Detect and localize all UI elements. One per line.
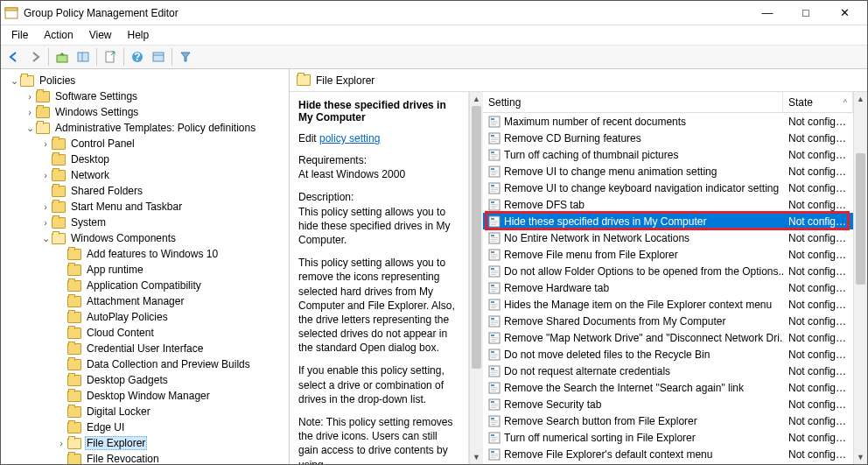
setting-row[interactable]: Do not allow Folder Options to be opened… xyxy=(483,263,853,279)
setting-row[interactable]: Remove the Search the Internet "Search a… xyxy=(483,379,853,396)
tree-node[interactable]: ›Control Panel xyxy=(1,136,289,151)
svg-rect-32 xyxy=(491,187,498,188)
tree-node[interactable]: ·Edge UI xyxy=(1,419,289,435)
expand-icon[interactable]: › xyxy=(39,170,52,180)
tree-node-label: App runtime xyxy=(85,264,145,276)
description-scrollbar[interactable]: ▲ ▼ xyxy=(469,92,483,464)
properties-button[interactable] xyxy=(149,47,168,67)
edit-policy-link[interactable]: policy setting xyxy=(319,132,380,144)
export-button[interactable] xyxy=(101,47,120,67)
setting-state: Not configure xyxy=(783,315,853,328)
column-setting[interactable]: Setting xyxy=(483,92,783,112)
menu-help[interactable]: Help xyxy=(121,27,157,43)
maximize-button[interactable]: □ xyxy=(787,1,825,25)
svg-rect-67 xyxy=(491,304,498,305)
scroll-up-icon[interactable]: ▲ xyxy=(470,92,483,106)
setting-state: Not configure xyxy=(783,199,853,211)
menu-action[interactable]: Action xyxy=(37,27,80,43)
minimize-button[interactable]: ― xyxy=(748,1,787,25)
tree-node[interactable]: ›Windows Settings xyxy=(1,104,289,120)
svg-rect-104 xyxy=(491,424,496,425)
setting-row[interactable]: Do not request alternate credentialsNot … xyxy=(483,363,853,379)
svg-rect-56 xyxy=(491,268,494,270)
tree-node[interactable]: ·Add features to Windows 10 xyxy=(1,246,289,262)
up-button[interactable] xyxy=(52,47,72,67)
setting-row[interactable]: Hides the Manage item on the File Explor… xyxy=(483,296,853,313)
setting-row[interactable]: Remove Security tabNot configure xyxy=(483,396,853,412)
tree-node[interactable]: ·Attachment Manager xyxy=(1,293,289,309)
tree-node[interactable]: ›Software Settings xyxy=(1,88,289,104)
help-button[interactable]: ? xyxy=(128,47,147,67)
tree-node[interactable]: ·Digital Locker xyxy=(1,404,289,419)
svg-rect-13 xyxy=(491,123,498,123)
setting-row[interactable]: Turn off numerical sorting in File Explo… xyxy=(483,429,853,446)
tree-node[interactable]: ·Data Collection and Preview Builds xyxy=(1,356,289,372)
setting-row[interactable]: Turn off caching of thumbnail picturesNo… xyxy=(483,146,853,163)
setting-row[interactable]: Remove UI to change keyboard navigation … xyxy=(483,180,853,196)
tree-node[interactable]: ·Shared Folders xyxy=(1,183,289,199)
tree-node[interactable]: ·AutoPlay Policies xyxy=(1,309,289,325)
folder-closed-icon xyxy=(52,170,66,181)
tree-node[interactable]: ·Desktop Window Manager xyxy=(1,388,289,404)
collapse-icon[interactable]: ⌄ xyxy=(8,75,20,87)
filter-button[interactable] xyxy=(176,47,195,67)
setting-row[interactable]: No Entire Network in Network LocationsNo… xyxy=(483,229,853,246)
setting-row[interactable]: Remove "Map Network Drive" and "Disconne… xyxy=(483,329,853,346)
policy-setting-icon xyxy=(488,432,500,444)
setting-row[interactable]: Remove CD Burning featuresNot configure xyxy=(483,130,853,146)
tree-pane[interactable]: ⌄Policies›Software Settings›Windows Sett… xyxy=(1,69,290,464)
tree-node[interactable]: ⌄Administrative Templates: Policy defini… xyxy=(1,120,289,136)
tree-node[interactable]: ·Desktop xyxy=(1,151,289,167)
setting-row[interactable]: Remove Hardware tabNot configure xyxy=(483,279,853,296)
svg-rect-8 xyxy=(153,53,164,61)
collapse-icon[interactable]: ⌄ xyxy=(24,123,36,134)
tree-node[interactable]: ›File Explorer xyxy=(1,435,289,451)
policy-setting-icon xyxy=(488,182,500,194)
tree-node[interactable]: ›Network xyxy=(1,167,289,183)
expand-icon[interactable]: › xyxy=(39,138,52,149)
tree-node[interactable]: ›System xyxy=(1,215,289,230)
close-button[interactable]: ✕ xyxy=(825,1,864,25)
expand-icon[interactable]: › xyxy=(39,201,52,212)
tree-node[interactable]: ⌄Windows Components xyxy=(1,230,289,246)
scroll-down-icon[interactable]: ▼ xyxy=(470,450,483,464)
tree-node[interactable]: ·App runtime xyxy=(1,262,289,278)
column-state[interactable]: State^ xyxy=(783,92,853,112)
tree-node[interactable]: ·File Revocation xyxy=(1,451,289,464)
tree-node[interactable]: ·Application Compatibility xyxy=(1,278,289,293)
setting-row[interactable]: Hide these specified drives in My Comput… xyxy=(483,213,853,229)
tree-node[interactable]: ›Start Menu and Taskbar xyxy=(1,199,289,215)
tree-node[interactable]: ⌄Policies xyxy=(1,73,289,88)
setting-row[interactable]: Remove File menu from File ExplorerNot c… xyxy=(483,246,853,263)
expand-icon[interactable]: › xyxy=(39,217,52,228)
tree-node[interactable]: ·Desktop Gadgets xyxy=(1,372,289,388)
setting-row[interactable]: Do not move deleted files to the Recycle… xyxy=(483,346,853,363)
scroll-down-icon[interactable]: ▼ xyxy=(854,450,867,464)
twist-placeholder: · xyxy=(55,391,67,401)
setting-row[interactable]: Remove Shared Documents from My Computer… xyxy=(483,313,853,329)
setting-row[interactable]: Remove Search button from File ExplorerN… xyxy=(483,412,853,429)
setting-row[interactable]: Remove UI to change menu animation setti… xyxy=(483,163,853,180)
list-scrollbar[interactable]: ▲ ▼ xyxy=(853,92,867,464)
expand-icon[interactable]: › xyxy=(55,438,67,448)
menu-view[interactable]: View xyxy=(82,27,119,43)
titlebar: Group Policy Management Editor ― □ ✕ xyxy=(1,1,867,25)
show-hide-button[interactable] xyxy=(74,47,93,67)
tree-node[interactable]: ·Cloud Content xyxy=(1,325,289,341)
forward-button[interactable] xyxy=(25,47,45,67)
setting-row[interactable]: Remove DFS tabNot configure xyxy=(483,196,853,213)
setting-row[interactable]: Maximum number of recent documentsNot co… xyxy=(483,113,853,130)
expand-icon[interactable]: › xyxy=(24,107,36,117)
setting-name: Maximum number of recent documents xyxy=(504,116,686,128)
scroll-up-icon[interactable]: ▲ xyxy=(854,92,867,106)
setting-name: Hides the Manage item on the File Explor… xyxy=(504,299,772,311)
policy-setting-icon xyxy=(488,249,500,261)
menu-file[interactable]: File xyxy=(4,27,35,43)
collapse-icon[interactable]: ⌄ xyxy=(39,233,52,244)
expand-icon[interactable]: › xyxy=(24,91,36,102)
setting-row[interactable]: Remove File Explorer's default context m… xyxy=(483,446,853,462)
setting-name: Remove File menu from File Explorer xyxy=(504,249,678,261)
tree-node[interactable]: ·Credential User Interface xyxy=(1,341,289,356)
back-button[interactable] xyxy=(4,47,24,67)
settings-list-rows[interactable]: Maximum number of recent documentsNot co… xyxy=(483,113,853,464)
